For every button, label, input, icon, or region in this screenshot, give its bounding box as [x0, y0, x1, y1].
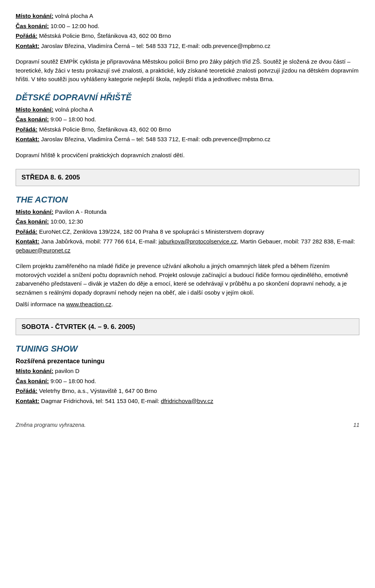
empik-misto: Místo konání: volná plocha A	[16, 12, 359, 21]
detske-description: Dopravní hřiště k procvičení praktických…	[16, 151, 359, 160]
detske-cas: Čas konání: 9:00 – 18:00 hod.	[16, 115, 359, 124]
action-email2[interactable]: gebauer@euronet.cz	[16, 247, 70, 254]
tuning-title: TUNING SHOW	[16, 342, 359, 355]
action-cas: Čas konání: 10:00, 12:30	[16, 217, 359, 226]
action-description: Cílem projektu zaměřeného na mladé řidič…	[16, 262, 359, 309]
tuning-misto: Místo konání: pavilon D	[16, 367, 359, 376]
sobota-header: SOBOTA - ČTVRTEK (4. – 9. 6. 2005)	[16, 318, 359, 336]
detske-title: DĚTSKÉ DOPRAVNÍ HŘIŠTĚ	[16, 91, 359, 104]
streda-header: STŘEDA 8. 6. 2005	[16, 169, 359, 186]
tuning-porada: Pořádá: Veletrhy Brno, a.s., Výstaviště …	[16, 387, 359, 396]
action-website[interactable]: www.theaction.cz	[66, 301, 111, 307]
footer-note: Změna programu vyhrazena.	[16, 421, 86, 429]
the-action-title: THE ACTION	[16, 193, 359, 206]
action-misto: Místo konání: Pavilon A - Rotunda	[16, 208, 359, 217]
detske-porada: Pořádá: Městská Policie Brno, Štefánikov…	[16, 125, 359, 134]
action-porada: Pořádá: EuroNet.CZ, Zenklova 139/224, 18…	[16, 227, 359, 236]
empik-cas: Čas konání: 10:00 – 12:00 hod.	[16, 22, 359, 31]
tuning-subtitle: Rozšířená prezentace tuningu	[16, 357, 359, 366]
the-action-event-block: THE ACTION Místo konání: Pavilon A - Rot…	[16, 193, 359, 255]
page-number: 11	[353, 421, 359, 429]
footer: Změna programu vyhrazena. 11	[16, 421, 359, 429]
detske-event-block: DĚTSKÉ DOPRAVNÍ HŘIŠTĚ Místo konání: vol…	[16, 91, 359, 144]
tuning-event-block: TUNING SHOW Rozšířená prezentace tuningu…	[16, 342, 359, 405]
empik-description: Dopravní soutěž EMPÍK cyklista je připra…	[16, 57, 359, 84]
detske-kontakt: Kontakt: Jaroslav Březina, Vladimíra Čer…	[16, 135, 359, 144]
tuning-email[interactable]: dfridrichova@bvv.cz	[161, 398, 213, 404]
empik-event-block: Místo konání: volná plocha A Čas konání:…	[16, 12, 359, 50]
tuning-cas: Čas konání: 9:00 – 18:00 hod.	[16, 377, 359, 386]
detske-misto: Místo konání: volná plocha A	[16, 105, 359, 114]
empik-kontakt: Kontakt: Jaroslav Březina, Vladimíra Čer…	[16, 42, 359, 51]
action-email1[interactable]: jaburkova@protocolservice.cz	[159, 238, 237, 245]
tuning-kontakt: Kontakt: Dagmar Fridrichová, tel: 541 15…	[16, 397, 359, 406]
empik-porada: Pořádá: Městská Policie Brno, Štefánikov…	[16, 32, 359, 41]
action-kontakt: Kontakt: Jana Jabůrková, mobil: 777 766 …	[16, 237, 359, 255]
